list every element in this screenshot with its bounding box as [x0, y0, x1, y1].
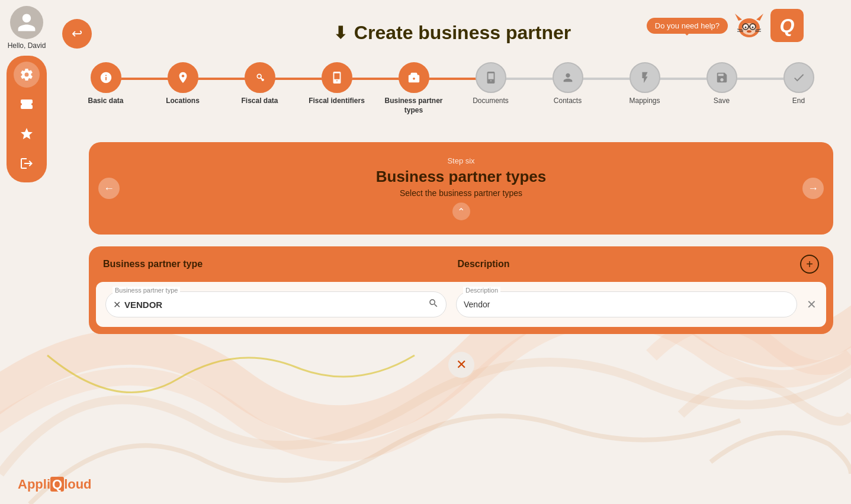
add-row-button[interactable]: + — [800, 255, 819, 274]
sidebar-item-settings[interactable] — [14, 62, 40, 88]
step-fiscal-identifiers[interactable]: Fiscal identifiers — [298, 62, 375, 106]
step-label-business-partner-types: Business partner types — [375, 97, 452, 115]
title-icon: ⬇ — [333, 23, 347, 43]
step-next-button[interactable]: → — [802, 178, 824, 199]
step-prev-button[interactable]: ← — [98, 178, 120, 199]
step-circle-end — [783, 62, 814, 93]
help-bubble[interactable]: Do you need help? — [647, 20, 728, 31]
description-input-wrapper — [456, 291, 797, 317]
q-logo[interactable]: Q — [770, 9, 804, 42]
svg-point-8 — [747, 30, 752, 33]
help-widget: Do you need help? Q — [647, 9, 804, 42]
type-input-wrapper: ✕ — [105, 291, 447, 317]
step-circle-fiscal-identifiers — [322, 62, 352, 93]
step-circle-save — [707, 62, 737, 93]
step-circle-locations — [168, 62, 198, 93]
row-delete-button[interactable]: ✕ — [807, 297, 817, 312]
description-input[interactable] — [464, 300, 789, 309]
back-button[interactable]: ↩ — [62, 19, 92, 49]
step-label-fiscal-identifiers: Fiscal identifiers — [309, 97, 365, 106]
step-number-label: Step six — [447, 156, 474, 165]
step-fiscal-data[interactable]: Fiscal data — [221, 62, 298, 106]
step-mappings[interactable]: Mappings — [606, 62, 683, 106]
step-documents[interactable]: Documents — [452, 62, 529, 106]
brand-logo: AppliQloud — [18, 477, 92, 492]
svg-marker-1 — [735, 14, 742, 21]
form-body: Business partner type ✕ Description ✕ — [96, 282, 826, 327]
sidebar-nav — [7, 56, 47, 182]
type-input[interactable] — [124, 300, 428, 310]
step-circle-business-partner-types — [399, 62, 429, 93]
step-info-card: ← Step six Business partner types Select… — [89, 142, 833, 235]
user-avatar — [10, 6, 43, 39]
step-business-partner-types[interactable]: Business partner types — [375, 62, 452, 115]
svg-marker-2 — [756, 14, 763, 21]
description-field-label: Description — [463, 287, 500, 294]
step-circle-basic-data — [91, 62, 121, 93]
search-icon — [428, 298, 439, 311]
type-clear-button[interactable]: ✕ — [113, 299, 121, 310]
col-header-type: Business partner type — [103, 259, 446, 269]
sidebar: Hello, David — [0, 0, 53, 504]
step-label-save: Save — [714, 97, 730, 106]
brand-text-2: loud — [64, 477, 91, 492]
brand-text-1: Appli — [18, 477, 50, 492]
step-label-fiscal-data: Fiscal data — [241, 97, 278, 106]
form-header: Business partner type Description + — [89, 246, 833, 282]
description-field-group: Description — [456, 291, 797, 317]
svg-point-7 — [752, 27, 754, 28]
fox-mascot — [733, 9, 766, 42]
page-title: ⬇ Create business partner — [333, 22, 571, 44]
step-label-contacts: Contacts — [554, 97, 582, 106]
form-card: Business partner type Description + Busi… — [89, 246, 833, 334]
step-locations[interactable]: Locations — [144, 62, 221, 106]
step-circle-contacts — [553, 62, 583, 93]
sidebar-item-favorites[interactable] — [14, 121, 40, 147]
step-circle-documents — [476, 62, 506, 93]
stepper: Basic data Locations Fiscal data Fiscal … — [53, 62, 851, 115]
step-circle-mappings — [630, 62, 660, 93]
step-end[interactable]: End — [760, 62, 837, 106]
col-header-description: Description — [446, 259, 801, 269]
delete-entry-button[interactable]: ✕ — [448, 352, 474, 378]
sidebar-item-tickets[interactable] — [14, 91, 40, 117]
step-basic-data[interactable]: Basic data — [68, 62, 144, 106]
step-label-basic-data: Basic data — [88, 97, 123, 106]
step-subtitle: Select the business partner types — [400, 188, 522, 198]
brand-q: Q — [50, 477, 64, 492]
collapse-button[interactable]: ⌃ — [452, 203, 470, 220]
step-label-locations: Locations — [166, 97, 200, 106]
sidebar-item-logout[interactable] — [14, 150, 40, 176]
svg-point-6 — [745, 27, 747, 28]
step-circle-fiscal-data — [245, 62, 275, 93]
step-label-mappings: Mappings — [629, 97, 660, 106]
main-content: ← Step six Business partner types Select… — [89, 142, 833, 378]
type-field-group: Business partner type ✕ — [105, 291, 447, 317]
step-label-end: End — [792, 97, 805, 106]
user-greeting: Hello, David — [8, 41, 46, 50]
step-save[interactable]: Save — [683, 62, 760, 106]
step-contacts[interactable]: Contacts — [529, 62, 606, 106]
step-main-title: Business partner types — [376, 168, 547, 186]
step-label-documents: Documents — [473, 97, 509, 106]
type-field-label: Business partner type — [113, 287, 180, 294]
